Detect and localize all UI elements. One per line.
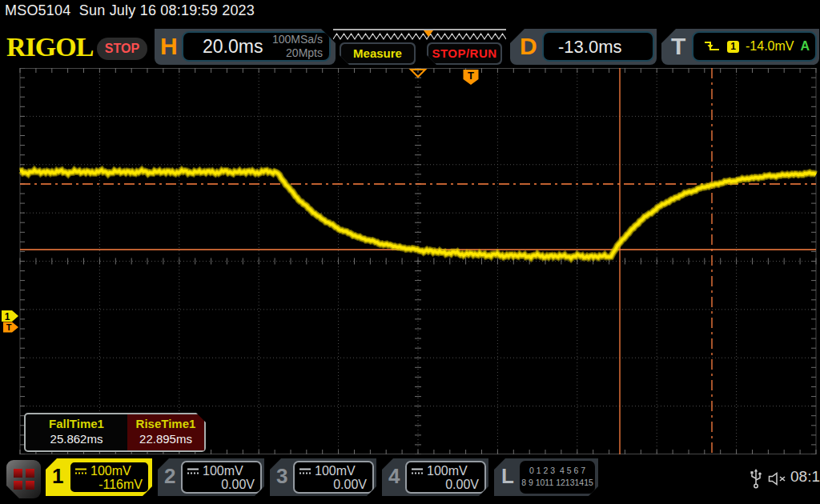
trigger-source-badge: 1 bbox=[727, 41, 739, 53]
timebase-value: 20.0ms bbox=[203, 36, 263, 58]
horizontal-label: H bbox=[160, 33, 178, 60]
trigger-label: T bbox=[671, 33, 685, 60]
logic-channels-row2: 8 9 1011 12131415 bbox=[520, 477, 595, 489]
channel-2-offset: 0.00V bbox=[221, 478, 255, 492]
risetime-value: 22.895ms bbox=[127, 432, 204, 446]
delay-settings-box[interactable]: D -13.0ms bbox=[510, 29, 657, 65]
channel-2-scale: 100mV bbox=[203, 464, 243, 478]
channel-3-offset: 0.00V bbox=[333, 478, 367, 492]
channel-status-bar: 1 100mV -116mV 2 bbox=[0, 456, 820, 504]
measure-button-label: Measure bbox=[341, 44, 414, 63]
measurement-falltime[interactable]: FallTime1 25.862ms bbox=[26, 414, 127, 450]
channel-1-scale: 100mV bbox=[90, 464, 131, 478]
measurement-results-box[interactable]: FallTime1 25.862ms RiseTime1 22.895ms bbox=[24, 413, 206, 452]
svg-text:T: T bbox=[468, 70, 474, 82]
channel-3-box[interactable]: 3 100mV 0.00V bbox=[270, 458, 376, 496]
falltime-label: FallTime1 bbox=[26, 417, 127, 430]
clock: 08:19 bbox=[790, 468, 820, 486]
menu-grid-icon bbox=[14, 469, 34, 490]
channel-3-number: 3 bbox=[276, 464, 287, 489]
trigger-level-marker[interactable]: T bbox=[3, 322, 18, 333]
speaker-muted-icon bbox=[768, 472, 789, 486]
channel-4-number: 4 bbox=[388, 464, 400, 489]
trigger-level-value: -14.0mV bbox=[746, 39, 794, 54]
graticule bbox=[20, 68, 816, 454]
run-state-badge: STOP bbox=[97, 38, 147, 60]
trigger-sweep-mode: A bbox=[800, 39, 810, 54]
channel-2-number: 2 bbox=[164, 464, 175, 489]
channel-2-box[interactable]: 2 100mV 0.00V bbox=[158, 458, 264, 496]
dc-coupling-icon bbox=[412, 468, 424, 475]
stop-run-button-label: STOP/RUN bbox=[428, 44, 500, 63]
dc-coupling-icon bbox=[299, 468, 312, 475]
channel-3-scale: 100mV bbox=[315, 464, 356, 478]
rigol-logo: RIGOL bbox=[6, 32, 93, 62]
falling-edge-icon bbox=[703, 40, 721, 53]
channel-1-offset: -116mV bbox=[98, 478, 143, 492]
svg-text:T: T bbox=[6, 322, 12, 332]
logic-channels-row1: 0 1 2 3 4 5 6 7 bbox=[520, 465, 595, 477]
dc-coupling-icon bbox=[187, 468, 199, 475]
risetime-label: RiseTime1 bbox=[127, 417, 204, 430]
waveform-display-area[interactable]: T1T bbox=[0, 68, 820, 454]
svg-text:1: 1 bbox=[5, 311, 10, 322]
channel-1-box[interactable]: 1 100mV -116mV bbox=[46, 458, 152, 496]
logic-channels-box[interactable]: L 0 1 2 3 4 5 6 7 8 9 1011 12131415 bbox=[494, 458, 598, 496]
sample-rate: 100MSa/s bbox=[272, 33, 323, 46]
logic-label: L bbox=[501, 464, 514, 489]
channel-1-offset-marker[interactable]: 1 bbox=[2, 310, 18, 322]
horizontal-settings-box[interactable]: H 20.0ms 100MSa/s 20Mpts bbox=[155, 29, 336, 65]
memory-depth: 20Mpts bbox=[272, 46, 323, 60]
measurement-risetime[interactable]: RiseTime1 22.895ms bbox=[127, 414, 204, 450]
channel-4-box[interactable]: 4 100mV 0.00V bbox=[382, 458, 488, 496]
dc-coupling-icon bbox=[75, 468, 87, 475]
channel-4-offset: 0.00V bbox=[445, 478, 479, 492]
trigger-position-flag[interactable]: T bbox=[464, 70, 479, 86]
measure-button[interactable]: Measure bbox=[340, 42, 416, 65]
delay-label: D bbox=[520, 33, 537, 60]
trigger-settings-box[interactable]: T 1 -14.0mV A bbox=[661, 29, 819, 65]
oscilloscope-screen: MSO5104 Sun July 16 08:19:59 2023 RIGOL … bbox=[0, 0, 820, 504]
falltime-value: 25.862ms bbox=[26, 432, 127, 446]
stop-run-button[interactable]: STOP/RUN bbox=[427, 42, 502, 65]
usb-icon bbox=[750, 469, 762, 490]
channel-4-scale: 100mV bbox=[427, 464, 468, 478]
menu-button[interactable] bbox=[6, 460, 41, 498]
memory-position-strip[interactable] bbox=[333, 29, 506, 42]
model-and-datetime: MSO5104 Sun July 16 08:19:59 2023 bbox=[5, 2, 255, 19]
delay-value: -13.0ms bbox=[558, 37, 621, 58]
channel-1-number: 1 bbox=[52, 464, 63, 489]
